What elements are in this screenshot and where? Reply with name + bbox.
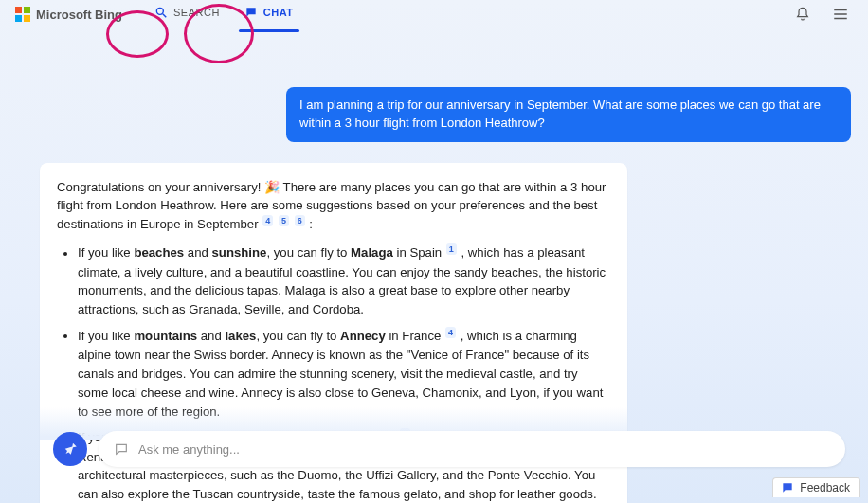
feedback-button[interactable]: Feedback [772,477,860,497]
list-item: If you like mountains and lakes, you can… [78,327,610,421]
new-topic-button[interactable] [53,432,87,466]
ask-placeholder: Ask me anything... [138,442,240,457]
citation[interactable]: 4 [262,215,273,226]
input-row: Ask me anything... [53,431,845,467]
tab-chat-label: CHAT [263,7,294,18]
tabs: SEARCH CHAT [154,6,294,23]
party-popper-icon: 🎉 [264,180,280,194]
header-actions [794,6,849,23]
tab-search[interactable]: SEARCH [154,6,220,23]
citation[interactable]: 4 [445,327,456,338]
citation[interactable]: 5 [279,215,289,226]
feedback-label: Feedback [800,481,850,494]
search-icon [154,6,168,19]
brand[interactable]: Microsoft Bing [15,7,122,22]
bot-intro-a: Congratulations on your anniversary! [57,180,264,194]
notifications-icon[interactable] [794,6,811,23]
user-message-bubble: I am planning a trip for our anniversary… [286,87,851,142]
bot-intro: Congratulations on your anniversary! 🎉 T… [57,178,610,235]
svg-line-1 [163,14,167,18]
citation[interactable]: 1 [446,243,457,255]
bot-intro-c: : [309,218,313,232]
feedback-icon [781,481,794,494]
tab-chat[interactable]: CHAT [244,6,294,23]
ask-input[interactable]: Ask me anything... [99,431,845,467]
svg-point-0 [156,8,163,14]
hamburger-menu-icon[interactable] [832,6,849,23]
chat-icon [244,6,258,19]
tab-search-label: SEARCH [173,7,220,18]
list-item: If you like beaches and sunshine, you ca… [78,243,610,319]
microsoft-logo-icon [15,7,30,22]
brand-text: Microsoft Bing [36,8,122,22]
chat-bubble-icon [114,441,129,457]
header: Microsoft Bing SEARCH CHAT [0,0,868,27]
user-message-text: I am planning a trip for our anniversary… [299,98,821,130]
citation[interactable]: 6 [295,215,305,226]
broom-icon [62,440,79,459]
